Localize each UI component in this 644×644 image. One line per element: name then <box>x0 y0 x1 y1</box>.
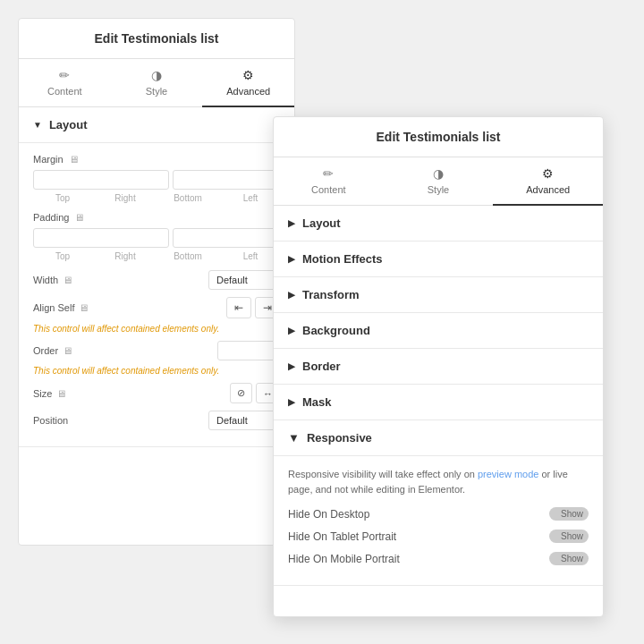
padding-top[interactable] <box>33 228 169 248</box>
transform-section[interactable]: ▶ Transform <box>274 277 603 313</box>
style-icon-right: ◑ <box>433 166 444 181</box>
margin-inputs <box>33 170 280 190</box>
align-self-row: Align Self 🖥 ⇤ ⇥ <box>33 297 280 318</box>
tab-advanced-right[interactable]: ⚙ Advanced <box>493 157 603 206</box>
left-panel-title: Edit Testimonials list <box>19 19 294 59</box>
style-icon-left: ◑ <box>151 68 162 82</box>
align-self-label: Align Self 🖥 <box>33 302 105 313</box>
responsive-arrow: ▼ <box>288 431 300 445</box>
width-select[interactable]: Default <box>208 270 280 290</box>
tab-style-left[interactable]: ◑ Style <box>111 59 203 107</box>
responsive-label: Responsive <box>307 431 372 445</box>
tab-style-label-right: Style <box>428 184 449 195</box>
width-monitor-icon: 🖥 <box>63 275 72 285</box>
padding-field-labels: Top Right Bottom Left <box>33 251 280 261</box>
align-self-monitor-icon: 🖥 <box>79 302 89 313</box>
width-label: Width 🖥 <box>33 275 105 285</box>
tab-content-label-left: Content <box>47 86 82 97</box>
layout-label-right: Layout <box>302 216 341 230</box>
right-panel: Edit Testimonials list ✏ Content ◑ Style… <box>273 116 604 617</box>
order-input[interactable] <box>217 341 280 360</box>
hide-tablet-toggle[interactable]: Show <box>549 530 589 543</box>
motion-arrow: ▶ <box>288 254 295 264</box>
align-buttons: ⇤ ⇥ <box>226 297 280 318</box>
transform-label: Transform <box>302 288 360 301</box>
padding-label: Padding 🖥 <box>33 212 280 223</box>
right-panel-title: Edit Testimonials list <box>274 117 603 157</box>
preview-mode-link[interactable]: preview mode <box>478 469 538 479</box>
responsive-section-header[interactable]: ▼ Responsive <box>274 420 603 456</box>
position-label: Position <box>33 415 105 426</box>
layout-label-left: Layout <box>49 118 88 131</box>
margin-monitor-icon: 🖥 <box>69 154 79 165</box>
order-row: Order 🖥 <box>33 341 280 360</box>
layout-arrow-right: ▶ <box>288 218 295 228</box>
left-panel: Edit Testimonials list ✏ Content ◑ Style… <box>18 18 295 546</box>
layout-section-right[interactable]: ▶ Layout <box>274 206 603 242</box>
left-panel-tabs: ✏ Content ◑ Style ⚙ Advanced <box>19 59 294 107</box>
layout-section-header-left[interactable]: ▼ Layout <box>19 107 294 143</box>
padding-monitor-icon: 🖥 <box>74 212 84 223</box>
content-icon-right: ✏ <box>323 166 334 181</box>
hide-mobile-toggle[interactable]: Show <box>549 552 589 565</box>
motion-effects-section[interactable]: ▶ Motion Effects <box>274 242 603 277</box>
background-label: Background <box>302 324 370 337</box>
size-label: Size 🖥 <box>33 388 105 399</box>
tab-content-left[interactable]: ✏ Content <box>19 59 111 107</box>
border-arrow: ▶ <box>288 361 295 371</box>
tab-content-right[interactable]: ✏ Content <box>274 157 384 206</box>
order-hint: This control will affect contained eleme… <box>33 366 280 376</box>
order-monitor-icon: 🖥 <box>63 345 72 356</box>
align-self-control: ⇤ ⇥ <box>105 297 280 318</box>
hide-desktop-row: Hide On Desktop Show <box>288 507 589 521</box>
hide-desktop-label: Hide On Desktop <box>288 508 369 521</box>
order-control <box>105 341 280 360</box>
position-select[interactable]: Default <box>208 411 280 430</box>
margin-field-labels: Top Right Bottom Left <box>33 193 280 203</box>
responsive-hint: Responsive visibility will take effect o… <box>288 467 589 496</box>
tab-content-label-right: Content <box>311 184 346 195</box>
hide-desktop-toggle[interactable]: Show <box>549 507 589 521</box>
tab-style-label-left: Style <box>146 86 167 97</box>
size-monitor-icon: 🖥 <box>56 388 66 399</box>
border-label: Border <box>302 360 341 373</box>
tab-advanced-left[interactable]: ⚙ Advanced <box>202 59 294 107</box>
order-label: Order 🖥 <box>33 345 105 356</box>
responsive-content: Responsive visibility will take effect o… <box>274 456 603 586</box>
right-panel-tabs: ✏ Content ◑ Style ⚙ Advanced <box>274 157 603 206</box>
mask-section[interactable]: ▶ Mask <box>274 385 603 420</box>
hide-mobile-row: Hide On Mobile Portrait Show <box>288 552 589 565</box>
margin-top[interactable] <box>33 170 169 190</box>
tab-advanced-label-left: Advanced <box>226 86 270 97</box>
width-control: Default <box>105 270 280 290</box>
hide-mobile-label: Hide On Mobile Portrait <box>288 553 400 565</box>
background-section[interactable]: ▶ Background <box>274 313 603 349</box>
tab-style-right[interactable]: ◑ Style <box>384 157 494 206</box>
padding-inputs <box>33 228 280 248</box>
advanced-icon-left: ⚙ <box>242 68 254 82</box>
background-arrow: ▶ <box>288 326 295 335</box>
content-icon: ✏ <box>59 68 70 82</box>
align-self-section: Align Self 🖥 ⇤ ⇥ This control will affec… <box>33 297 280 334</box>
border-section[interactable]: ▶ Border <box>274 349 603 385</box>
hide-tablet-row: Hide On Tablet Portrait Show <box>288 530 589 543</box>
align-self-hint: This control will affect contained eleme… <box>33 324 280 334</box>
position-control: Default <box>105 411 280 430</box>
motion-label: Motion Effects <box>302 252 383 266</box>
advanced-icon-right: ⚙ <box>542 166 554 181</box>
mask-label: Mask <box>302 395 332 409</box>
margin-label: Margin 🖥 <box>33 154 280 165</box>
hide-tablet-label: Hide On Tablet Portrait <box>288 530 396 543</box>
width-row: Width 🖥 Default <box>33 270 280 290</box>
size-btn-1[interactable]: ⊘ <box>230 383 252 403</box>
layout-content-left: Margin 🖥 Top Right Bottom Left Padding 🖥 <box>19 143 294 447</box>
size-control: ⊘ ↔ <box>105 383 280 403</box>
transform-arrow: ▶ <box>288 290 295 300</box>
position-row: Position Default <box>33 411 280 430</box>
tab-advanced-label-right: Advanced <box>526 184 570 195</box>
layout-arrow-left: ▼ <box>33 120 42 130</box>
size-row: Size 🖥 ⊘ ↔ <box>33 383 280 403</box>
align-left-btn[interactable]: ⇤ <box>226 297 251 318</box>
mask-arrow: ▶ <box>288 397 295 407</box>
